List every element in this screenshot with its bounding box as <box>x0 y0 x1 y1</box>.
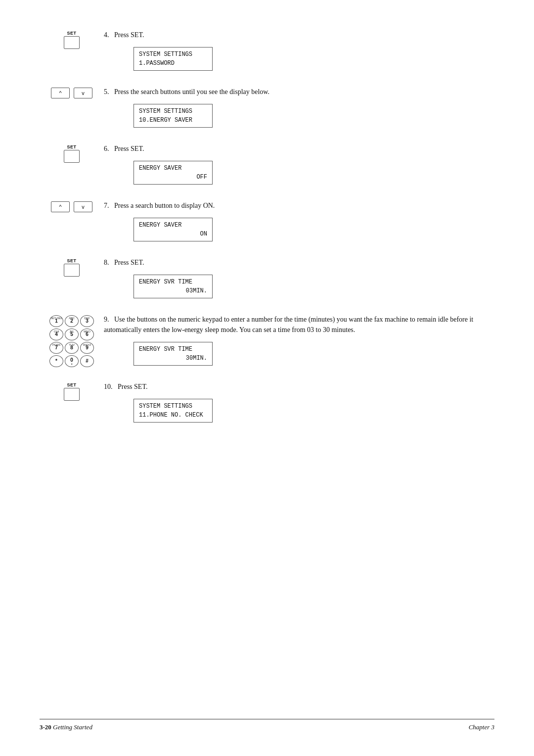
step-6-button-col: SET <box>40 143 104 163</box>
set-btn-6[interactable] <box>64 150 80 163</box>
up-arrow-btn-7[interactable]: ^ <box>51 201 70 212</box>
footer-chapter-title: Getting Started <box>53 723 92 731</box>
up-arrow-btn-5[interactable]: ^ <box>51 88 70 98</box>
set-button-6[interactable]: SET <box>64 144 80 163</box>
step-9-content: 9. Use the buttons on the numeric keypad… <box>104 314 494 368</box>
step-9-number: 9. <box>104 316 109 323</box>
step-9-display: ENERGY SVR TIME 30MIN. <box>134 339 494 368</box>
key-2[interactable]: ABC 2 <box>65 315 79 327</box>
step-6-row: SET 6. Press SET. ENERGY SAVER OFF <box>40 143 494 187</box>
step-10-button-col: SET <box>40 381 104 401</box>
arrow-buttons-7[interactable]: ^ v <box>51 201 92 212</box>
step-5-display: SYSTEM SETTINGS 10.ENERGY SAVER <box>134 101 494 130</box>
lcd-10-line2: 11.PHONE NO. CHECK <box>139 411 207 420</box>
set-button-8[interactable]: SET <box>64 258 80 277</box>
lcd-10-line1: SYSTEM SETTINGS <box>139 402 207 411</box>
page: SET 4. Press SET. SYSTEM SETTINGS 1.PASS… <box>0 0 534 756</box>
key-star-main: * <box>55 359 57 364</box>
key-3[interactable]: DEF 3 <box>80 315 94 327</box>
arrow-buttons-5[interactable]: ^ v <box>51 88 92 98</box>
step-4-number: 4. <box>104 31 109 39</box>
key-9-top: WXYZ <box>83 343 91 346</box>
key-1[interactable]: SET DEL 1 <box>49 315 63 327</box>
step-8-display: ENERGY SVR TIME 03MIN. <box>134 272 494 300</box>
set-btn-4[interactable] <box>64 36 80 49</box>
key-5[interactable]: JKL 5 <box>65 329 79 340</box>
set-label-4: SET <box>67 31 76 36</box>
step-10-number: 10. <box>104 383 113 390</box>
footer-right: Chapter 3 <box>469 723 494 731</box>
key-7[interactable]: PQRS 7 <box>49 342 63 354</box>
step-8-content: 8. Press SET. ENERGY SVR TIME 03MIN. <box>104 257 494 300</box>
lcd-10: SYSTEM SETTINGS 11.PHONE NO. CHECK <box>134 399 213 423</box>
key-6[interactable]: MNO 6 <box>80 329 94 340</box>
set-button-10[interactable]: SET <box>64 382 80 401</box>
step-8-button-col: SET <box>40 257 104 277</box>
step-10-content: 10. Press SET. SYSTEM SETTINGS 11.PHONE … <box>104 381 494 425</box>
step-5-row: ^ v 5. Press the search buttons until yo… <box>40 87 494 130</box>
lcd-9-line1: ENERGY SVR TIME <box>139 345 207 354</box>
key-star[interactable]: * <box>49 355 63 367</box>
down-arrow-btn-7[interactable]: v <box>74 201 92 212</box>
lcd-6-line1: ENERGY SAVER <box>139 164 207 173</box>
lcd-7-line2: ON <box>139 230 207 238</box>
set-button-4[interactable]: SET <box>64 31 80 49</box>
key-7-top: PQRS <box>52 343 60 346</box>
lcd-5-line1: SYSTEM SETTINGS <box>139 107 207 116</box>
set-label-6: SET <box>67 144 76 149</box>
key-8-top: TUV <box>69 343 74 346</box>
step-8-text: 8. Press SET. <box>104 257 494 268</box>
step-7-button-col: ^ v <box>40 200 104 212</box>
step-5-number: 5. <box>104 88 109 95</box>
lcd-4-line2: 1.PASSWORD <box>139 59 207 68</box>
lcd-5: SYSTEM SETTINGS 10.ENERGY SAVER <box>134 104 213 128</box>
step-6-content: 6. Press SET. ENERGY SAVER OFF <box>104 143 494 187</box>
lcd-5-line2: 10.ENERGY SAVER <box>139 116 207 125</box>
key-0-sub: ● <box>71 363 72 365</box>
key-6-top: MNO <box>84 330 90 333</box>
step-4-button-col: SET <box>40 30 104 49</box>
key-0-main: 0 <box>70 358 73 363</box>
key-0[interactable]: 0 ● <box>65 355 79 367</box>
key-2-top: ABC <box>69 317 75 320</box>
step-7-text: 7. Press a search button to display ON. <box>104 200 494 211</box>
lcd-6-line2: OFF <box>139 173 207 182</box>
step-4-display: SYSTEM SETTINGS 1.PASSWORD <box>134 44 494 73</box>
step-7-display: ENERGY SAVER ON <box>134 215 494 243</box>
key-hash-main: # <box>86 359 89 364</box>
key-4[interactable]: GHI 4 <box>49 329 63 340</box>
step-5-text: 5. Press the search buttons until you se… <box>104 87 494 97</box>
down-arrow-btn-5[interactable]: v <box>74 88 92 98</box>
key-4-top: GHI <box>54 330 59 333</box>
lcd-4-line1: SYSTEM SETTINGS <box>139 50 207 59</box>
step-4-content: 4. Press SET. SYSTEM SETTINGS 1.PASSWORD <box>104 30 494 73</box>
footer-page-number: 3-20 <box>40 723 51 731</box>
step-6-text: 6. Press SET. <box>104 143 494 154</box>
lcd-8-line1: ENERGY SVR TIME <box>139 278 207 286</box>
step-4-row: SET 4. Press SET. SYSTEM SETTINGS 1.PASS… <box>40 30 494 73</box>
step-5-button-col: ^ v <box>40 87 104 98</box>
lcd-8-line2: 03MIN. <box>139 286 207 295</box>
step-6-number: 6. <box>104 145 109 152</box>
step-5-content: 5. Press the search buttons until you se… <box>104 87 494 130</box>
set-label-10: SET <box>67 382 76 387</box>
step-6-display: ENERGY SAVER OFF <box>134 158 494 187</box>
numeric-keypad[interactable]: SET DEL 1 ABC 2 DEF 3 GHI 4 JKL <box>49 315 94 367</box>
key-5-top: JKL <box>69 330 74 333</box>
step-10-row: SET 10. Press SET. SYSTEM SETTINGS 11.PH… <box>40 381 494 425</box>
key-3-top: DEF <box>84 317 89 320</box>
key-9[interactable]: WXYZ 9 <box>80 342 94 354</box>
set-btn-10[interactable] <box>64 388 80 401</box>
step-4-text: 4. Press SET. <box>104 30 494 40</box>
key-hash[interactable]: # <box>80 355 94 367</box>
step-10-text: 10. Press SET. <box>104 381 494 392</box>
lcd-7-line1: ENERGY SAVER <box>139 221 207 230</box>
step-8-row: SET 8. Press SET. ENERGY SVR TIME 03MIN. <box>40 257 494 300</box>
lcd-6: ENERGY SAVER OFF <box>134 161 213 185</box>
key-1-top: SET DEL <box>50 317 62 320</box>
set-label-8: SET <box>67 258 76 263</box>
step-7-row: ^ v 7. Press a search button to display … <box>40 200 494 243</box>
footer-left: 3-20 Getting Started <box>40 723 92 731</box>
set-btn-8[interactable] <box>64 264 80 277</box>
key-8[interactable]: TUV 8 <box>65 342 79 354</box>
